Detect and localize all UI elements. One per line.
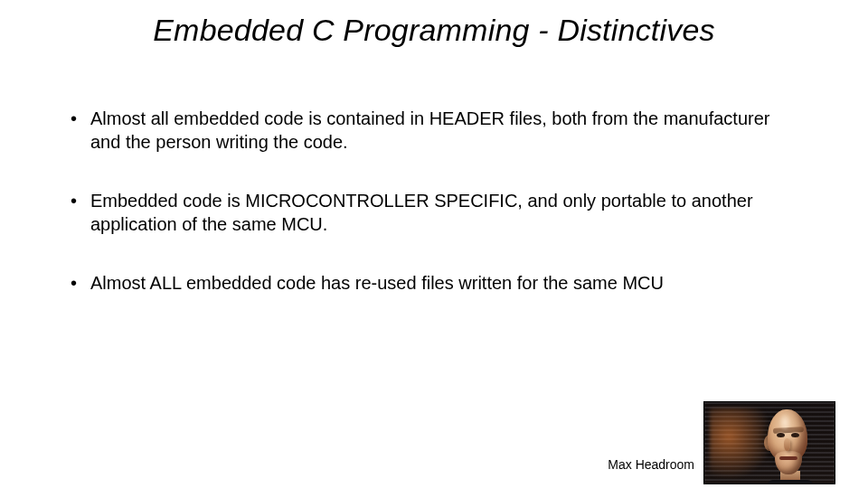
bullet-list: Almost all embedded code is contained in… [71, 108, 797, 296]
eye-left [777, 433, 785, 437]
nose [784, 438, 790, 451]
eye-right [791, 433, 799, 437]
bullet-item: Almost all embedded code is contained in… [71, 108, 797, 154]
slide: Embedded C Programming - Distinctives Al… [0, 13, 868, 488]
max-headroom-image [703, 401, 835, 484]
image-caption: Max Headroom [608, 457, 694, 472]
slide-title: Embedded C Programming - Distinctives [0, 13, 868, 48]
mouth [779, 456, 797, 460]
collar [768, 480, 813, 484]
bullet-item: Almost ALL embedded code has re-used fil… [71, 272, 797, 296]
highlight [778, 413, 791, 431]
head [762, 408, 816, 480]
bullet-item: Embedded code is MICROCONTROLLER SPECIFI… [71, 190, 797, 236]
